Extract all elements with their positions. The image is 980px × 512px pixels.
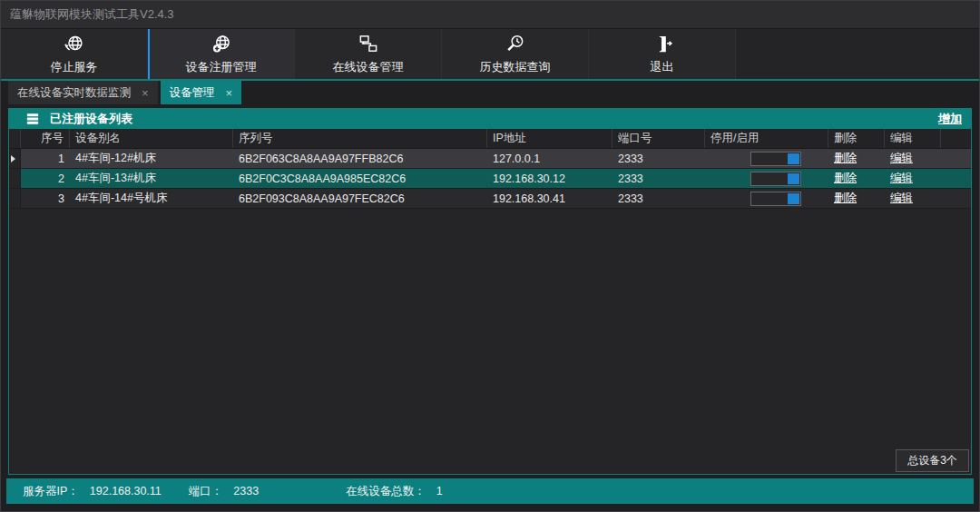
online-total-value: 1 bbox=[436, 485, 443, 497]
col-header-enable[interactable]: 停用/启用 bbox=[705, 129, 828, 148]
exit-label: 退出 bbox=[651, 59, 674, 75]
statusbar: 服务器IP： 192.168.30.11 端口： 2333 在线设备总数： 1 bbox=[6, 478, 974, 504]
row-indicator-cell bbox=[9, 189, 21, 208]
device-port: 2333 bbox=[612, 189, 705, 208]
app-window: 蕴貅物联网模块测试工具V2.4.3 停止服务 bbox=[0, 0, 980, 512]
table-row[interactable]: 1 4#车间-12#机床 6B2F063C8A8AA9A97FFB82C6 12… bbox=[9, 149, 971, 169]
registered-devices-panel: 已注册设备列表 增加 序号 设备别名 序列号 IP地址 端口号 停用/启用 删除… bbox=[8, 108, 972, 475]
enable-toggle-cell bbox=[705, 189, 828, 208]
edit-link[interactable]: 编辑 bbox=[890, 191, 913, 206]
delete-link[interactable]: 删除 bbox=[834, 151, 857, 166]
add-device-link[interactable]: 增加 bbox=[938, 111, 962, 127]
col-header-edit[interactable]: 编辑 bbox=[885, 129, 941, 148]
total-devices-badge: 总设备3个 bbox=[896, 449, 969, 472]
online-devices-label: 在线设备管理 bbox=[333, 59, 404, 75]
enable-toggle[interactable] bbox=[750, 192, 801, 206]
network-devices-icon bbox=[358, 34, 378, 55]
tab-label: 在线设备实时数据监测 bbox=[17, 85, 131, 101]
enable-toggle[interactable] bbox=[750, 152, 801, 166]
server-ip-label: 服务器IP： bbox=[23, 484, 79, 499]
col-header-port[interactable]: 端口号 bbox=[612, 129, 705, 148]
row-index: 3 bbox=[21, 189, 70, 208]
device-port: 2333 bbox=[612, 169, 705, 188]
exit-button[interactable]: 退出 bbox=[589, 29, 736, 79]
online-devices-button[interactable]: 在线设备管理 bbox=[295, 29, 442, 79]
row-index: 2 bbox=[21, 169, 70, 188]
enable-toggle-cell bbox=[705, 169, 828, 188]
device-ip: 127.0.0.1 bbox=[487, 149, 612, 168]
row-filler-cell bbox=[941, 189, 971, 208]
device-register-button[interactable]: 设备注册管理 bbox=[148, 29, 295, 79]
toolbar: 停止服务 设备注册管理 bbox=[1, 29, 979, 81]
enable-toggle-cell bbox=[705, 149, 828, 168]
port-value: 2333 bbox=[233, 485, 259, 497]
col-header-ip[interactable]: IP地址 bbox=[487, 129, 612, 148]
history-query-button[interactable]: 历史数据查询 bbox=[442, 29, 589, 79]
edit-link[interactable]: 编辑 bbox=[890, 171, 913, 186]
globe-stop-icon bbox=[64, 34, 84, 55]
col-header-index[interactable]: 序号 bbox=[21, 129, 70, 148]
table-header-row: 序号 设备别名 序列号 IP地址 端口号 停用/启用 删除 编辑 bbox=[9, 129, 971, 149]
table-row[interactable]: 3 4#车间-14#号机床 6B2F093C8A8AA9A97FEC82C6 1… bbox=[9, 189, 971, 209]
header-filler-cell bbox=[941, 129, 971, 148]
tab-device-management[interactable]: 设备管理 × bbox=[161, 81, 242, 104]
tabbar: 在线设备实时数据监测 × 设备管理 × bbox=[1, 81, 979, 104]
toggle-knob-icon bbox=[788, 193, 799, 204]
device-alias: 4#车间-14#号机床 bbox=[70, 189, 233, 208]
list-icon bbox=[26, 113, 39, 125]
row-index: 1 bbox=[21, 149, 70, 168]
row-indicator-cell bbox=[9, 169, 21, 188]
stop-service-button[interactable]: 停止服务 bbox=[1, 29, 148, 79]
stop-service-label: 停止服务 bbox=[51, 59, 98, 75]
col-header-delete[interactable]: 删除 bbox=[828, 129, 885, 148]
col-header-serial[interactable]: 序列号 bbox=[233, 129, 487, 148]
close-icon[interactable]: × bbox=[142, 86, 149, 100]
panel-title: 已注册设备列表 bbox=[50, 111, 132, 127]
device-register-label: 设备注册管理 bbox=[186, 59, 257, 75]
titlebar: 蕴貅物联网模块测试工具V2.4.3 bbox=[1, 1, 979, 29]
col-header-alias[interactable]: 设备别名 bbox=[70, 129, 233, 148]
edit-link[interactable]: 编辑 bbox=[890, 151, 913, 166]
close-icon[interactable]: × bbox=[226, 86, 233, 100]
delete-link[interactable]: 删除 bbox=[834, 191, 857, 206]
exit-door-icon bbox=[652, 34, 672, 55]
device-ip: 192.168.30.12 bbox=[487, 169, 612, 188]
port-label: 端口： bbox=[189, 484, 223, 499]
row-indicator-cell bbox=[9, 149, 21, 168]
current-row-arrow-icon bbox=[11, 155, 15, 162]
table-body: 1 4#车间-12#机床 6B2F063C8A8AA9A97FFB82C6 12… bbox=[9, 149, 971, 474]
tab-label: 设备管理 bbox=[170, 85, 215, 101]
history-query-label: 历史数据查询 bbox=[480, 59, 551, 75]
enable-toggle[interactable] bbox=[750, 172, 801, 186]
panel-header: 已注册设备列表 增加 bbox=[9, 108, 971, 129]
device-alias: 4#车间-13#机床 bbox=[70, 169, 233, 188]
server-ip-value: 192.168.30.11 bbox=[90, 485, 162, 497]
row-filler-cell bbox=[941, 149, 971, 168]
device-serial: 6B2F093C8A8AA9A97FEC82C6 bbox=[233, 189, 487, 208]
header-gutter-cell bbox=[9, 129, 21, 148]
tab-online-realtime-monitor[interactable]: 在线设备实时数据监测 × bbox=[8, 81, 158, 104]
row-filler-cell bbox=[941, 169, 971, 188]
search-history-icon bbox=[505, 34, 525, 55]
toolbar-filler bbox=[736, 29, 979, 79]
online-total-label: 在线设备总数： bbox=[346, 484, 426, 499]
toggle-knob-icon bbox=[788, 173, 799, 184]
device-port: 2333 bbox=[612, 149, 705, 168]
window-title: 蕴貅物联网模块测试工具V2.4.3 bbox=[10, 6, 174, 23]
delete-link[interactable]: 删除 bbox=[834, 171, 857, 186]
device-ip: 192.168.30.41 bbox=[487, 189, 612, 208]
device-serial: 6B2F063C8A8AA9A97FFB82C6 bbox=[233, 149, 487, 168]
device-serial: 6B2F0C3C8A8AA9A985EC82C6 bbox=[233, 169, 487, 188]
toggle-knob-icon bbox=[788, 153, 799, 164]
device-alias: 4#车间-12#机床 bbox=[70, 149, 233, 168]
globe-add-icon bbox=[211, 34, 231, 55]
table-row[interactable]: 2 4#车间-13#机床 6B2F0C3C8A8AA9A985EC82C6 19… bbox=[9, 169, 971, 189]
